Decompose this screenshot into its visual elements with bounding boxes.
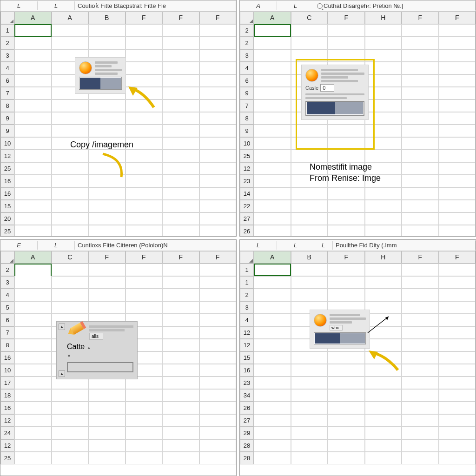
cell[interactable] xyxy=(88,112,126,125)
spreadsheet-grid[interactable]: A C F H F F 2 2 3 4 6 9 7 8 9 10 25 12 2… xyxy=(240,12,476,237)
cell[interactable] xyxy=(291,125,328,137)
cell[interactable] xyxy=(439,200,476,212)
cell[interactable] xyxy=(52,377,89,389)
cell[interactable] xyxy=(88,24,126,37)
cell[interactable] xyxy=(365,301,402,314)
cell[interactable] xyxy=(162,402,199,414)
cell[interactable] xyxy=(402,37,439,49)
cell[interactable] xyxy=(88,62,126,74)
cell[interactable] xyxy=(402,162,439,175)
cell[interactable] xyxy=(14,175,52,187)
cell[interactable] xyxy=(52,150,89,162)
cell[interactable] xyxy=(88,99,126,112)
row-header[interactable]: 2 xyxy=(240,289,254,301)
cell[interactable] xyxy=(52,62,89,74)
cell[interactable] xyxy=(14,150,52,162)
cell[interactable] xyxy=(14,339,52,351)
cell[interactable] xyxy=(365,276,402,289)
cell[interactable] xyxy=(439,427,476,439)
cell[interactable] xyxy=(199,339,237,351)
cell[interactable] xyxy=(126,402,163,414)
cell[interactable] xyxy=(88,314,126,326)
column-header[interactable]: F xyxy=(162,12,199,24)
cell-active[interactable] xyxy=(254,264,291,276)
cell[interactable] xyxy=(254,314,291,326)
cell[interactable] xyxy=(199,162,237,175)
cell[interactable] xyxy=(162,301,199,314)
cell[interactable] xyxy=(291,37,328,49)
cell[interactable] xyxy=(402,212,439,225)
cell[interactable] xyxy=(254,62,291,74)
cell[interactable] xyxy=(402,175,439,187)
cell[interactable] xyxy=(14,99,52,112)
cell[interactable] xyxy=(254,200,291,212)
cell[interactable] xyxy=(291,414,328,427)
row-header[interactable]: 8 xyxy=(0,339,14,351)
cell[interactable] xyxy=(291,402,328,414)
cell[interactable] xyxy=(328,99,365,112)
row-header[interactable]: 2 xyxy=(240,37,254,49)
cell[interactable] xyxy=(88,427,126,439)
cell[interactable] xyxy=(365,339,402,351)
cell[interactable] xyxy=(126,351,163,364)
row-header[interactable]: 4 xyxy=(0,289,14,301)
spreadsheet-grid[interactable]: A C F F F F 2 3 4 5 6 7 8 16 10 17 18 16… xyxy=(0,251,236,464)
cell[interactable] xyxy=(439,87,476,99)
cell[interactable] xyxy=(402,377,439,389)
column-header[interactable]: C xyxy=(291,12,328,24)
formula-input[interactable]: Cuntloxs Fitte Citteren (Poloion)N xyxy=(75,241,236,250)
cell[interactable] xyxy=(52,99,89,112)
cell[interactable] xyxy=(88,212,126,225)
cell[interactable] xyxy=(439,162,476,175)
cell[interactable] xyxy=(126,301,163,314)
cell[interactable] xyxy=(199,452,237,464)
cell[interactable] xyxy=(365,62,402,74)
cell[interactable] xyxy=(88,439,126,452)
row-header[interactable]: 8 xyxy=(240,112,254,125)
cell[interactable] xyxy=(365,364,402,377)
row-header[interactable]: 25 xyxy=(0,225,14,237)
column-header[interactable]: F xyxy=(199,12,237,24)
cell[interactable] xyxy=(365,402,402,414)
cell[interactable] xyxy=(365,112,402,125)
cell[interactable] xyxy=(254,99,291,112)
cell[interactable] xyxy=(126,225,163,237)
cell[interactable] xyxy=(199,49,237,62)
cell[interactable] xyxy=(328,389,365,402)
cell[interactable] xyxy=(365,427,402,439)
cell[interactable] xyxy=(328,225,365,237)
cell[interactable] xyxy=(199,87,237,99)
name-box-2[interactable]: L xyxy=(38,241,75,250)
cell[interactable] xyxy=(402,364,439,377)
cell[interactable] xyxy=(402,187,439,200)
cell[interactable] xyxy=(14,301,52,314)
cell[interactable] xyxy=(199,212,237,225)
cell[interactable] xyxy=(52,351,89,364)
row-header[interactable]: 26 xyxy=(240,402,254,414)
cell[interactable] xyxy=(291,62,328,74)
cell[interactable] xyxy=(162,74,199,87)
cell[interactable] xyxy=(402,87,439,99)
cell[interactable] xyxy=(88,187,126,200)
cell[interactable] xyxy=(162,200,199,212)
cell[interactable] xyxy=(14,112,52,125)
cell[interactable] xyxy=(439,439,476,452)
cell[interactable] xyxy=(52,37,89,49)
cell[interactable] xyxy=(402,74,439,87)
row-header[interactable]: 3 xyxy=(240,49,254,62)
cell[interactable] xyxy=(14,200,52,212)
row-header[interactable]: 14 xyxy=(240,187,254,200)
cell[interactable] xyxy=(291,24,328,37)
row-header[interactable]: 4 xyxy=(240,62,254,74)
row-header[interactable]: 18 xyxy=(0,389,14,402)
cell[interactable] xyxy=(199,351,237,364)
row-header[interactable]: 10 xyxy=(0,364,14,377)
cell[interactable] xyxy=(291,339,328,351)
cell[interactable] xyxy=(328,452,365,464)
cell[interactable] xyxy=(254,439,291,452)
cell[interactable] xyxy=(14,187,52,200)
cell[interactable] xyxy=(328,402,365,414)
cell[interactable] xyxy=(126,212,163,225)
cell[interactable] xyxy=(52,49,89,62)
row-header[interactable]: 27 xyxy=(240,414,254,427)
